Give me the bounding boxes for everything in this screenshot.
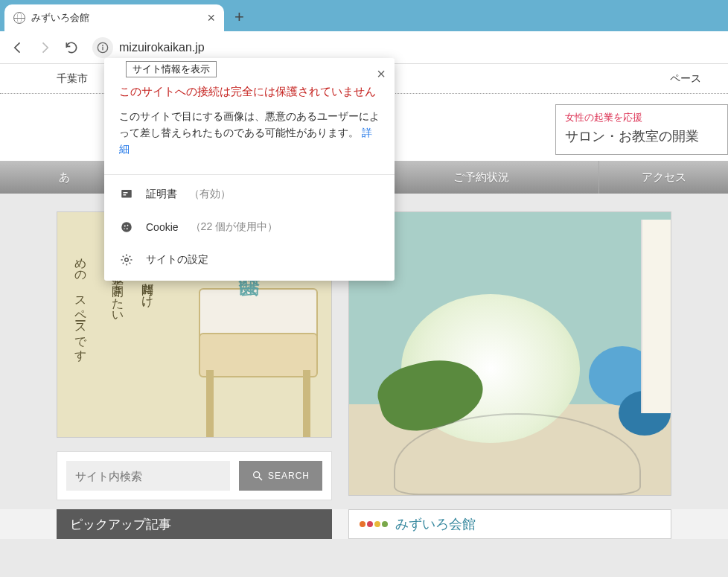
chair-illustration — [199, 288, 318, 437]
svg-point-1 — [102, 45, 103, 46]
promo-banner[interactable]: 女性の起業を応援 サロン・お教室の開業 — [555, 104, 728, 155]
hero-image-right — [348, 211, 671, 496]
popup-warning: このサイトへの接続は完全には保護されていません — [119, 83, 380, 101]
breadcrumb-right: ペース — [670, 72, 701, 86]
site-info-tooltip: サイト情報を表示 — [126, 61, 217, 77]
breadcrumb-left: 千葉市 — [57, 72, 88, 86]
certificate-icon — [119, 187, 134, 202]
search-button-label: SEARCH — [268, 471, 310, 481]
right-heading-bar: みずいろ会館 — [348, 509, 671, 539]
svg-line-4 — [259, 477, 262, 480]
cookie-icon — [119, 220, 134, 235]
cert-label: 証明書 — [146, 188, 177, 201]
svg-rect-7 — [124, 194, 127, 196]
right-section: みずいろ会館 — [348, 509, 671, 539]
gear-icon — [119, 252, 134, 267]
popup-row-certificate[interactable]: 証明書 （有効） — [104, 178, 395, 211]
popup-divider — [104, 174, 395, 175]
back-button[interactable] — [9, 39, 27, 57]
reload-button[interactable] — [63, 39, 80, 57]
hero-right — [348, 211, 671, 500]
globe-icon — [13, 12, 25, 24]
svg-rect-6 — [124, 192, 128, 194]
popup-close-button[interactable]: × — [377, 66, 386, 83]
svg-point-11 — [127, 228, 128, 229]
right-heading-text: みずいろ会館 — [395, 515, 476, 533]
tab-title: みずいろ会館 — [31, 11, 201, 25]
tab-strip: みずいろ会館 × + — [0, 0, 728, 31]
forward-button[interactable] — [36, 39, 54, 57]
popup-row-site-settings[interactable]: サイトの設定 — [104, 243, 395, 276]
popup-row-cookies[interactable]: Cookie （22 個が使用中） — [104, 211, 395, 243]
svg-point-9 — [124, 225, 126, 226]
banner-line2: サロン・お教室の開業 — [565, 127, 718, 145]
browser-tab[interactable]: みずいろ会館 × — [4, 4, 224, 31]
flower-dots-icon — [360, 521, 388, 527]
banner-line1: 女性の起業を応援 — [565, 111, 718, 124]
url-text: mizuirokaikan.jp — [119, 41, 205, 54]
pickup-section: ピックアップ記事 — [57, 509, 332, 539]
cookie-status: （22 個が使用中） — [191, 220, 278, 234]
svg-rect-5 — [121, 190, 132, 198]
popup-description-text: このサイトで目にする画像は、悪意のあるユーザーによって差し替えられたものである可… — [119, 110, 380, 138]
svg-point-12 — [124, 228, 125, 229]
nav-item-access[interactable]: アクセス — [599, 161, 728, 194]
settings-label: サイトの設定 — [146, 253, 208, 267]
search-button[interactable]: SEARCH — [239, 461, 322, 491]
site-info-button[interactable] — [92, 37, 113, 58]
nav-item-reservations[interactable]: ご予約状況 — [365, 161, 600, 194]
cookie-label: Cookie — [146, 221, 179, 233]
site-info-popup: × このサイトへの接続は完全には保護されていません このサイトで目にする画像は、… — [104, 58, 395, 281]
lower-sections: ピックアップ記事 みずいろ会館 — [0, 509, 728, 539]
svg-point-3 — [254, 472, 260, 478]
hero-vt4: めの スペースです — [72, 249, 88, 355]
popup-description: このサイトで目にする画像は、悪意のあるユーザーによって差し替えられたものである可… — [119, 108, 380, 158]
search-input[interactable] — [66, 461, 230, 491]
svg-point-8 — [121, 222, 132, 232]
address-bar[interactable]: mizuirokaikan.jp — [89, 36, 719, 60]
close-tab-icon[interactable]: × — [207, 11, 215, 25]
svg-point-10 — [127, 225, 129, 226]
search-icon — [252, 470, 264, 482]
pickup-heading: ピックアップ記事 — [57, 509, 332, 539]
cert-status: （有効） — [189, 188, 231, 201]
search-row: SEARCH — [57, 451, 332, 500]
new-tab-button[interactable]: + — [234, 7, 244, 27]
svg-rect-2 — [102, 46, 103, 50]
svg-point-13 — [125, 258, 129, 261]
